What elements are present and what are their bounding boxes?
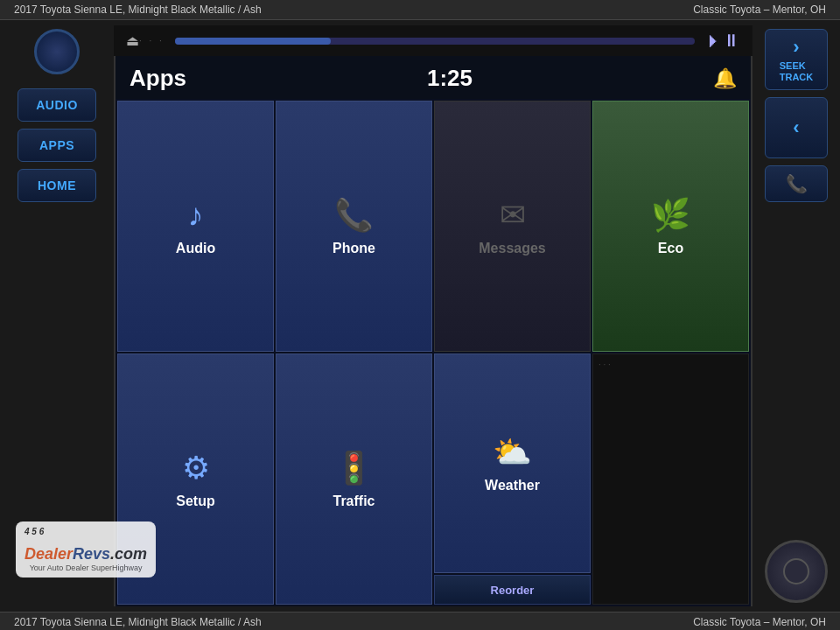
play-pause-button[interactable]: ⏵⏸ <box>705 31 740 51</box>
audio-tile[interactable]: ♪ Audio <box>117 101 274 352</box>
screen: Apps 1:25 🔔 ♪ Audio 📞 Phone ✉ <box>114 56 752 606</box>
reorder-button[interactable]: Reorder <box>434 575 591 605</box>
messages-icon: ✉ <box>500 197 526 234</box>
weather-label: Weather <box>485 478 540 494</box>
dots-indicator: · · · <box>139 36 164 46</box>
left-knob[interactable] <box>34 29 80 74</box>
eco-label: Eco <box>658 241 683 256</box>
phone-tile[interactable]: 📞 Phone <box>276 101 432 352</box>
eco-tile[interactable]: 🌿 Eco <box>592 101 749 352</box>
watermark-logo: 4 5 6 DealerRevs.com <box>24 527 147 564</box>
audio-icon: ♪ <box>188 197 204 234</box>
progress-fill <box>175 38 331 45</box>
progress-bar <box>175 38 695 45</box>
audio-label: Audio <box>176 241 215 256</box>
back-arrow-icon: ‹ <box>793 116 799 139</box>
apps-header: Apps 1:25 🔔 <box>116 56 751 99</box>
phone-icon: 📞 <box>334 197 374 234</box>
bottom-bar: 2017 Toyota Sienna LE, Midnight Black Me… <box>0 612 840 630</box>
watermark: 4 5 6 DealerRevs.com Your Auto Dealer Su… <box>16 522 156 578</box>
top-bar: 2017 Toyota Sienna LE, Midnight Black Me… <box>0 0 840 20</box>
traffic-label: Traffic <box>332 494 374 509</box>
top-bar-left: 2017 Toyota Sienna LE, Midnight Black Me… <box>14 4 262 16</box>
setup-icon: ⚙ <box>182 450 210 486</box>
messages-tile[interactable]: ✉ Messages <box>434 101 591 352</box>
watermark-subtext: Your Auto Dealer SuperHighway <box>30 564 143 572</box>
weather-icon: ⛅ <box>493 434 532 471</box>
seek-label: SEEKTRACK <box>780 60 814 83</box>
traffic-tile[interactable]: 🚦 Traffic <box>276 354 432 605</box>
phone-label: Phone <box>332 241 375 256</box>
top-bar-right: Classic Toyota – Mentor, OH <box>693 4 826 16</box>
phone-button-right[interactable]: 📞 <box>765 165 828 202</box>
eco-icon: 🌿 <box>651 197 690 234</box>
top-controls: ⏏ · · · ⏵⏸ <box>114 25 752 56</box>
time-display: 1:25 <box>427 65 472 92</box>
eject-icon[interactable]: ⏏ <box>126 32 139 49</box>
seek-track-forward-button[interactable]: › SEEKTRACK <box>765 29 828 90</box>
weather-reorder-cell: ⛅ Weather Reorder <box>434 354 591 605</box>
traffic-icon: 🚦 <box>334 450 374 486</box>
apps-button[interactable]: APPS <box>18 129 96 162</box>
bottom-bar-left: 2017 Toyota Sienna LE, Midnight Black Me… <box>14 616 262 628</box>
audio-button[interactable]: AUDIO <box>18 88 96 122</box>
right-panel: › SEEKTRACK ‹ 📞 <box>752 20 840 612</box>
setup-label: Setup <box>176 494 214 509</box>
app-grid: ♪ Audio 📞 Phone ✉ Messages 🌿 Eco <box>116 99 751 606</box>
right-knob[interactable] <box>765 540 828 603</box>
bottom-bar-right: Classic Toyota – Mentor, OH <box>693 616 826 628</box>
notification-icon: 🔔 <box>713 67 737 90</box>
messages-label: Messages <box>479 241 546 256</box>
empty-cell: · · · <box>592 354 749 605</box>
right-knob-inner <box>783 558 809 584</box>
weather-tile[interactable]: ⛅ Weather <box>434 354 591 573</box>
phone-right-icon: 📞 <box>786 173 808 194</box>
home-button[interactable]: HOME <box>18 169 96 202</box>
forward-arrow-icon: › <box>793 36 799 59</box>
seek-track-back-button[interactable]: ‹ <box>765 97 828 158</box>
screen-container: ⏏ · · · ⏵⏸ Apps 1:25 🔔 ♪ Audio <box>114 25 752 606</box>
apps-title: Apps <box>130 65 186 92</box>
